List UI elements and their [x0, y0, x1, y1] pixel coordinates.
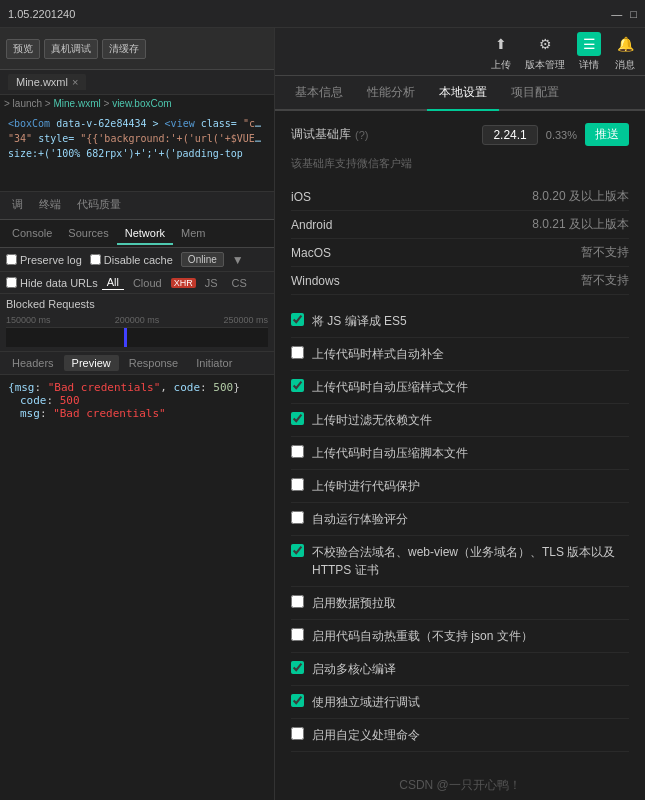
platform-name: Android [291, 218, 332, 232]
upload-btn[interactable]: ⬆ 上传 [489, 32, 513, 72]
file-tab[interactable]: Mine.wxml × [8, 74, 86, 90]
filter-js[interactable]: JS [200, 276, 223, 290]
file-tab-close[interactable]: × [72, 76, 78, 88]
help-icon[interactable]: (?) [355, 129, 368, 141]
setting-checkbox-4[interactable] [291, 445, 304, 458]
breadcrumb-text: > launch > Mine.wxml > view.boxCom [4, 98, 172, 109]
tab-response[interactable]: Response [121, 355, 187, 371]
setting-row: 自动运行体验评分 [291, 503, 629, 536]
setting-row: 上传代码时自动压缩脚本文件 [291, 437, 629, 470]
tab-network[interactable]: Network [117, 223, 173, 245]
tab-basic-info[interactable]: 基本信息 [283, 76, 355, 111]
network-controls: Preserve log Disable cache Online ▼ [0, 248, 274, 272]
percent-badge: 0.33% [546, 129, 577, 141]
tab-memory[interactable]: Mem [173, 223, 213, 245]
clear-cache-btn[interactable]: 清缓存 [102, 39, 146, 59]
disable-cache-checkbox[interactable] [90, 254, 101, 265]
platform-rows: iOS 8.0.20 及以上版本 Android 8.0.21 及以上版本 Ma… [291, 183, 629, 295]
timeline-bar [6, 327, 268, 347]
blocked-area: Blocked Requests 150000 ms 200000 ms 250… [0, 294, 274, 352]
setting-checkbox-12[interactable] [291, 727, 304, 740]
setting-row: 启用代码自动热重载（不支持 json 文件） [291, 620, 629, 653]
preserve-log-label[interactable]: Preserve log [6, 254, 82, 266]
setting-checkbox-1[interactable] [291, 346, 304, 359]
setting-row: 启动多核心编译 [291, 653, 629, 686]
code-line-2: "34" style= "{{'background:'+('url('+$VU… [8, 131, 266, 146]
response-line-3: msg: "Bad credentials" [8, 407, 266, 420]
minimize-btn[interactable]: — [611, 8, 622, 20]
setting-label: 上传代码时自动压缩样式文件 [312, 378, 468, 396]
device-debug-btn[interactable]: 真机调试 [44, 39, 98, 59]
response-line-2: code: 500 [8, 394, 266, 407]
blocked-title: Blocked Requests [6, 298, 268, 310]
tab-performance[interactable]: 性能分析 [355, 76, 427, 111]
xhr-badge[interactable]: XHR [171, 278, 196, 288]
setting-checkbox-7[interactable] [291, 544, 304, 557]
setting-checkbox-11[interactable] [291, 694, 304, 707]
setting-label: 上传代码时样式自动补全 [312, 345, 444, 363]
setting-checkbox-8[interactable] [291, 595, 304, 608]
setting-checkbox-6[interactable] [291, 511, 304, 524]
devtools-panel: 预览 真机调试 清缓存 Mine.wxml × > launch > Mine.… [0, 28, 275, 800]
setting-checkbox-10[interactable] [291, 661, 304, 674]
preserve-log-checkbox[interactable] [6, 254, 17, 265]
settings-content: 调试基础库 (?) 2.24.1 0.33% 推送 该基础库支持微信客户端 iO… [275, 111, 645, 771]
setting-row: 不校验合法域名、web-view（业务域名）、TLS 版本以及 HTTPS 证书 [291, 536, 629, 587]
maximize-btn[interactable]: □ [630, 8, 637, 20]
details-btn[interactable]: ☰ 详情 [577, 32, 601, 72]
setting-checkbox-3[interactable] [291, 412, 304, 425]
platform-name: Windows [291, 274, 340, 288]
push-btn[interactable]: 推送 [585, 123, 629, 146]
breadcrumb: > launch > Mine.wxml > view.boxCom [0, 95, 274, 112]
dropdown-arrow: ▼ [232, 253, 244, 267]
db-controls: 2.24.1 0.33% 推送 [482, 123, 629, 146]
tab-initiator[interactable]: Initiator [188, 355, 240, 371]
tab-quality[interactable]: 代码质量 [69, 193, 129, 218]
setting-label: 将 JS 编译成 ES5 [312, 312, 407, 330]
setting-label: 启用代码自动热重载（不支持 json 文件） [312, 627, 533, 645]
tab-sources[interactable]: Sources [60, 223, 116, 245]
platform-row: Android 8.0.21 及以上版本 [291, 211, 629, 239]
tab-terminal[interactable]: 终端 [31, 193, 69, 218]
network-tabs: Console Sources Network Mem [0, 220, 274, 248]
tab-preview[interactable]: Preview [64, 355, 119, 371]
setting-checkbox-9[interactable] [291, 628, 304, 641]
setting-label: 启用数据预拉取 [312, 594, 396, 612]
setting-row: 上传代码时自动压缩样式文件 [291, 371, 629, 404]
bell-icon: 🔔 [613, 32, 637, 56]
code-area: <boxCom data-v-62e84434 > <view class= "… [0, 112, 274, 192]
watermark: CSDN @一只开心鸭！ [275, 771, 645, 800]
setting-checkbox-5[interactable] [291, 478, 304, 491]
tab-headers[interactable]: Headers [4, 355, 62, 371]
setting-checkbox-0[interactable] [291, 313, 304, 326]
hide-data-urls-checkbox[interactable] [6, 277, 17, 288]
version-badge: 2.24.1 [482, 125, 537, 145]
filter-all[interactable]: All [102, 275, 124, 290]
setting-label: 启动多核心编译 [312, 660, 396, 678]
code-line-1: <boxCom data-v-62e84434 > <view class= "… [8, 116, 266, 131]
settings-panel: ⬆ 上传 ⚙ 版本管理 ☰ 详情 🔔 消息 基本信息 性能分析 本地设置 项目配… [275, 28, 645, 800]
setting-label: 使用独立域进行调试 [312, 693, 420, 711]
settings-tabs: 基本信息 性能分析 本地设置 项目配置 [275, 76, 645, 111]
platform-value: 暂不支持 [581, 272, 629, 289]
tab-project-config[interactable]: 项目配置 [499, 76, 571, 111]
tab-overview[interactable]: 调 [4, 193, 31, 218]
version-mgr-btn[interactable]: ⚙ 版本管理 [525, 32, 565, 72]
setting-checkbox-2[interactable] [291, 379, 304, 392]
devtools-toolbar: 预览 真机调试 清缓存 [0, 28, 274, 70]
disable-cache-label[interactable]: Disable cache [90, 254, 173, 266]
online-dropdown[interactable]: Online [181, 252, 224, 267]
setting-row: 将 JS 编译成 ES5 [291, 305, 629, 338]
tab-console[interactable]: Console [4, 223, 60, 245]
filter-css[interactable]: CS [227, 276, 252, 290]
upload-icon: ⬆ [489, 32, 513, 56]
hide-data-urls-label[interactable]: Hide data URLs [6, 277, 98, 289]
file-area: Mine.wxml × [0, 70, 274, 95]
tab-local-settings[interactable]: 本地设置 [427, 76, 499, 111]
filter-cloud[interactable]: Cloud [128, 276, 167, 290]
support-text: 该基础库支持微信客户端 [291, 156, 629, 171]
preview-btn[interactable]: 预览 [6, 39, 40, 59]
details-icon: ☰ [577, 32, 601, 56]
debug-library-row: 调试基础库 (?) 2.24.1 0.33% 推送 [291, 123, 629, 146]
messages-btn[interactable]: 🔔 消息 [613, 32, 637, 72]
